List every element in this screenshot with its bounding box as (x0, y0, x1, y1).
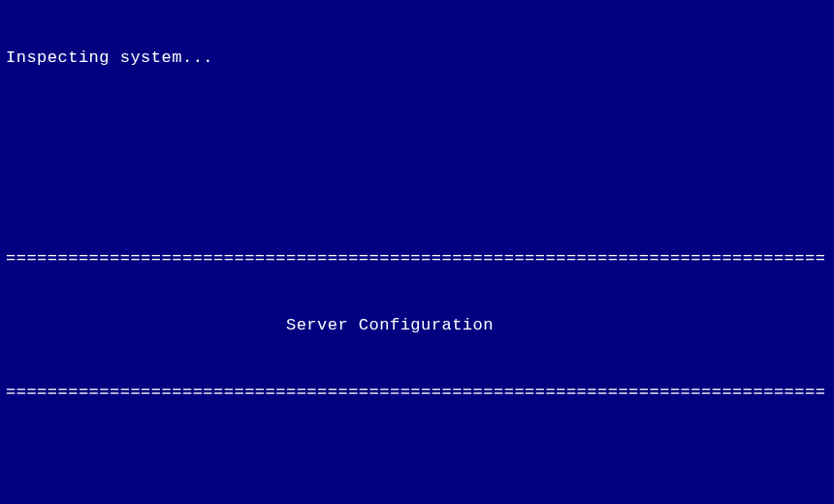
blank-line (6, 113, 828, 136)
header-title: Server Configuration (6, 314, 828, 336)
blank-line (6, 448, 828, 470)
sconfig-terminal[interactable]: Inspecting system... ===================… (0, 0, 834, 504)
divider-bottom: ========================================… (6, 381, 828, 403)
divider-top: ========================================… (6, 247, 828, 269)
status-line: Inspecting system... (6, 47, 828, 69)
blank-line (6, 180, 828, 203)
